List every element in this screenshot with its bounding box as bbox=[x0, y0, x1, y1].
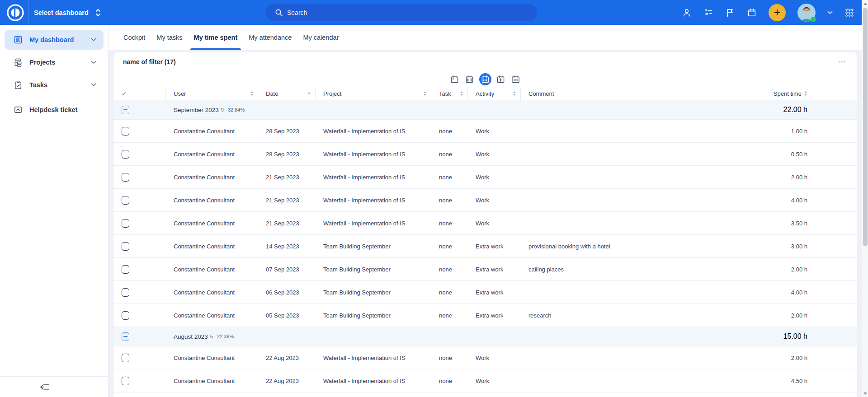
chevron-down-icon[interactable] bbox=[91, 38, 96, 42]
day-view-icon[interactable] bbox=[449, 74, 460, 84]
activity-cell: Work bbox=[468, 369, 521, 392]
tab-my-calendar[interactable]: My calendar bbox=[299, 25, 342, 50]
tab-my-time-spent[interactable]: My time spent bbox=[190, 25, 241, 50]
row-checkbox[interactable] bbox=[122, 173, 129, 182]
time-entry-row[interactable]: Constantine Consultant28 Sep 2023Waterfa… bbox=[113, 143, 857, 166]
search-input[interactable] bbox=[287, 9, 504, 16]
year-view-icon[interactable]: 365 bbox=[510, 74, 521, 84]
time-entry-row[interactable]: Constantine Consultant21 Sep 2023Waterfa… bbox=[113, 189, 857, 212]
row-checkbox[interactable] bbox=[122, 242, 129, 251]
apps-grid-icon[interactable] bbox=[844, 8, 854, 18]
time-entry-row[interactable]: Constantine Consultant05 Sep 2023Team Bu… bbox=[113, 304, 857, 327]
task-cell-text: none bbox=[439, 243, 452, 250]
sort-icon[interactable] bbox=[804, 91, 807, 96]
time-entry-row[interactable]: Constantine Consultant22 Aug 2023Waterfa… bbox=[113, 369, 857, 392]
column-header-project[interactable]: Project bbox=[316, 87, 431, 100]
add-view-icon[interactable] bbox=[495, 74, 506, 84]
scrollbar-thumb[interactable] bbox=[863, 8, 868, 246]
user-cell-text: Constantine Consultant bbox=[174, 378, 235, 384]
column-header-date[interactable]: Date bbox=[258, 87, 316, 100]
sort-icon[interactable] bbox=[460, 91, 463, 96]
time-entry-row[interactable]: Constantine Consultant21 Sep 2023Waterfa… bbox=[113, 212, 857, 235]
vertical-scrollbar[interactable] bbox=[862, 0, 868, 397]
chevron-down-icon[interactable] bbox=[91, 61, 96, 64]
row-checkbox[interactable] bbox=[122, 311, 129, 320]
column-header-spent[interactable]: Spent time bbox=[773, 87, 813, 100]
sort-icon[interactable] bbox=[424, 91, 426, 96]
user-cell: Constantine Consultant bbox=[166, 166, 258, 188]
sidebar-item-tasks[interactable]: Tasks bbox=[5, 75, 104, 95]
add-button[interactable]: + bbox=[769, 4, 786, 21]
app-logo-icon[interactable] bbox=[7, 4, 24, 21]
projects-icon bbox=[14, 58, 23, 67]
column-header-activity[interactable]: Activity bbox=[468, 87, 521, 100]
row-checkbox[interactable] bbox=[122, 127, 129, 135]
time-entry-row[interactable]: Constantine Consultant07 Sep 2023Team Bu… bbox=[113, 258, 857, 281]
helpdesk-icon bbox=[14, 105, 23, 114]
tab-my-tasks[interactable]: My tasks bbox=[153, 25, 186, 50]
row-checkbox[interactable] bbox=[122, 377, 129, 385]
project-cell: Team Building September bbox=[316, 235, 431, 257]
activity-cell: Work bbox=[468, 346, 521, 369]
time-entry-row[interactable]: Constantine Consultant14 Sep 2023Team Bu… bbox=[113, 235, 857, 258]
row-checkbox[interactable] bbox=[122, 354, 129, 362]
tab-my-attendance[interactable]: My attendance bbox=[245, 25, 295, 50]
week-view-icon[interactable] bbox=[464, 74, 475, 84]
row-checkbox-cell bbox=[113, 212, 166, 234]
activity-cell: Work bbox=[468, 120, 521, 142]
checklist-icon[interactable] bbox=[703, 8, 713, 18]
spent-time-cell: 3.50 h bbox=[773, 212, 813, 234]
user-cell: Constantine Consultant bbox=[166, 212, 258, 234]
row-checkbox-cell bbox=[113, 235, 166, 257]
project-cell: Waterfall - Implementation of IS bbox=[316, 189, 431, 211]
task-cell: none bbox=[431, 212, 468, 234]
time-entry-row[interactable]: Constantine Consultant22 Aug 2023Waterfa… bbox=[113, 346, 857, 369]
filter-menu-button[interactable]: ⋯ bbox=[837, 56, 848, 68]
row-checkbox[interactable] bbox=[122, 265, 129, 274]
activity-cell-text: Work bbox=[476, 197, 489, 204]
user-icon[interactable] bbox=[682, 8, 692, 18]
global-search[interactable] bbox=[266, 4, 537, 21]
user-cell-text: Constantine Consultant bbox=[174, 312, 235, 319]
sidebar-item-helpdesk-ticket[interactable]: Helpdesk ticket bbox=[5, 100, 104, 120]
flag-icon[interactable] bbox=[725, 8, 735, 18]
topbar: Select dashboard bbox=[0, 0, 868, 25]
column-header-user[interactable]: User bbox=[166, 87, 258, 100]
time-entry-row[interactable]: Constantine Consultant28 Sep 2023Waterfa… bbox=[113, 120, 857, 143]
calendar-icon[interactable] bbox=[747, 8, 757, 18]
row-checkbox[interactable] bbox=[122, 219, 129, 228]
topbar-actions: + bbox=[682, 0, 854, 25]
scrollbar-up-arrow[interactable] bbox=[862, 0, 868, 7]
scrollbar-down-arrow[interactable] bbox=[862, 390, 868, 397]
sort-desc-icon[interactable] bbox=[308, 93, 311, 94]
group-collapse-checkbox[interactable] bbox=[122, 332, 129, 341]
row-checkbox-cell bbox=[113, 258, 166, 280]
sort-icon[interactable] bbox=[250, 91, 253, 96]
user-cell-text: Constantine Consultant bbox=[174, 174, 235, 181]
task-cell-text: none bbox=[439, 289, 452, 296]
column-header-task[interactable]: Task bbox=[431, 87, 468, 100]
sidebar-item-projects[interactable]: Projects bbox=[5, 52, 104, 72]
row-checkbox[interactable] bbox=[122, 288, 129, 297]
time-entry-row[interactable]: Constantine Consultant21 Sep 2023Waterfa… bbox=[113, 166, 857, 189]
sort-icon[interactable] bbox=[513, 91, 516, 96]
avatar[interactable] bbox=[797, 4, 816, 22]
group-collapse-checkbox[interactable] bbox=[122, 106, 129, 114]
chevron-down-icon[interactable] bbox=[91, 83, 96, 87]
dashboard-selector[interactable]: Select dashboard bbox=[34, 9, 101, 17]
tab-cockpit[interactable]: Cockpit bbox=[120, 25, 149, 50]
sidebar-item-my-dashboard[interactable]: My dashboard bbox=[5, 30, 104, 50]
select-all-checkmark[interactable]: ✓ bbox=[122, 90, 127, 97]
activity-cell: Extra work bbox=[468, 281, 521, 304]
column-header-comment: Comment bbox=[521, 87, 773, 100]
task-cell: none bbox=[431, 143, 468, 165]
column-header-select[interactable]: ✓ bbox=[113, 87, 166, 100]
activity-cell: Work bbox=[468, 166, 521, 188]
month-view-icon[interactable] bbox=[479, 73, 491, 85]
collapse-sidebar-icon[interactable] bbox=[39, 381, 51, 393]
time-entry-row[interactable]: Constantine Consultant06 Sep 2023Team Bu… bbox=[113, 281, 857, 304]
row-checkbox[interactable] bbox=[122, 196, 129, 205]
row-checkbox[interactable] bbox=[122, 150, 129, 159]
project-cell-text: Waterfall - Implementation of IS bbox=[323, 151, 406, 158]
avatar-chevron-icon[interactable] bbox=[827, 8, 833, 18]
